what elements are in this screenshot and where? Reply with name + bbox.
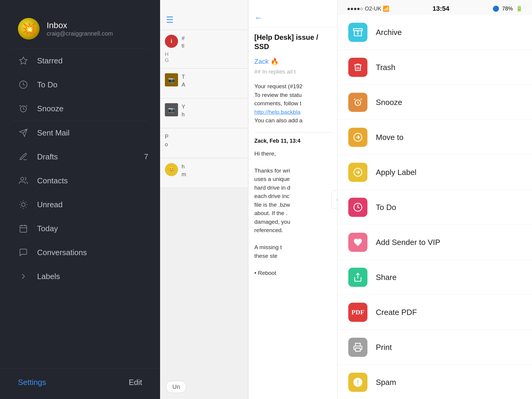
list-avatar: 📷 — [165, 73, 178, 86]
alarm-icon — [18, 103, 29, 114]
archive-label: Archive — [376, 28, 402, 37]
today-icon — [18, 223, 29, 234]
svg-rect-36 — [355, 348, 360, 351]
list-header: ☰ — [160, 0, 248, 30]
sidebar-item-conversations[interactable]: Conversations — [0, 240, 160, 264]
action-pdf[interactable]: PDF Create PDF — [338, 295, 532, 330]
svg-marker-0 — [20, 57, 27, 64]
sidebar-label-snooze: Snooze — [37, 104, 148, 113]
action-move[interactable]: Move to — [338, 120, 532, 155]
action-snooze[interactable]: Snooze — [338, 85, 532, 120]
reply-header: Zack, Feb 11, 13:4 — [248, 136, 337, 146]
email-list-panel: ☰ i #ti HG 📷 TA 📷 Yh — [160, 0, 248, 399]
sidebar-label-conversations: Conversations — [37, 248, 148, 257]
list-preview: #ti — [182, 35, 185, 50]
todo-label: To Do — [376, 203, 396, 212]
sidebar-item-snooze[interactable]: Snooze — [0, 97, 160, 121]
list-item[interactable]: i #ti HG — [160, 30, 248, 68]
bluetooth-icon: 🔵 — [493, 5, 499, 12]
trash-label: Trash — [376, 63, 396, 72]
contacts-icon — [18, 175, 29, 186]
spam-icon — [348, 373, 367, 392]
action-share[interactable]: Share — [338, 260, 532, 295]
archive-icon — [348, 23, 367, 42]
email-view-panel: ← [Help Desk] issue / SSD Zack 🔥 ## In r… — [248, 0, 338, 399]
signal-status: ●●●●○ O2-UK 📶 — [347, 5, 389, 12]
svg-line-29 — [361, 99, 361, 100]
sidebar-label-drafts: Drafts — [37, 152, 136, 162]
list-preview: hm — [182, 163, 186, 178]
list-preview: Po — [165, 133, 243, 148]
sidebar-label-today: Today — [37, 224, 148, 233]
email-header: ← — [248, 0, 337, 28]
action-todo[interactable]: To Do — [338, 190, 532, 225]
vip-label: Add Sender to VIP — [376, 238, 440, 247]
list-preview: TA — [182, 73, 185, 88]
sidebar-label-contacts: Contacts — [37, 176, 148, 185]
svg-line-27 — [358, 103, 359, 103]
email-subject: [Help Desk] issue / SSD — [248, 28, 337, 56]
unread-icon — [18, 199, 29, 210]
print-icon — [348, 338, 367, 357]
sidebar-label-starred: Starred — [37, 56, 148, 66]
svg-line-14 — [26, 207, 26, 208]
sidebar-item-drafts[interactable]: Drafts 7 — [0, 145, 160, 169]
list-item[interactable]: 📷 TA — [160, 68, 248, 98]
action-spam[interactable]: Spam — [338, 365, 532, 399]
reply-divider — [254, 132, 331, 133]
todo-icon — [348, 198, 367, 217]
collapse-button[interactable]: ‹ — [331, 191, 338, 208]
sidebar-item-unread[interactable]: Unread — [0, 193, 160, 217]
action-archive[interactable]: Archive — [338, 15, 532, 50]
account-info: Inbox craig@craiggrannell.com — [47, 21, 113, 37]
sidebar-item-starred[interactable]: Starred — [0, 49, 160, 73]
sidebar-item-contacts[interactable]: Contacts — [0, 169, 160, 193]
sidebar-item-sent[interactable]: Sent Mail — [0, 121, 160, 145]
svg-line-6 — [26, 105, 27, 106]
sidebar-item-today[interactable]: Today — [0, 217, 160, 240]
pdf-label: Create PDF — [376, 308, 417, 317]
status-bar: ●●●●○ O2-UK 📶 13:54 🔵 78% 🔋 — [338, 0, 532, 15]
list-item[interactable]: 📷 Yh — [160, 98, 248, 128]
settings-button[interactable]: Settings — [18, 378, 46, 387]
reply-body: Hi there, Thanks for wriuses a uniquehar… — [248, 146, 337, 281]
email-link[interactable]: http://help.backbla — [254, 108, 331, 117]
print-label: Print — [376, 343, 392, 352]
list-item[interactable]: Po — [160, 128, 248, 158]
action-trash[interactable]: Trash — [338, 50, 532, 85]
back-button[interactable]: ← — [254, 13, 263, 23]
svg-rect-19 — [20, 226, 27, 232]
email-list: i #ti HG 📷 TA 📷 Yh Po — [160, 30, 248, 399]
action-menu-panel: ●●●●○ O2-UK 📶 13:54 🔵 78% 🔋 Archive — [338, 0, 532, 399]
sidebar-label-unread: Unread — [37, 200, 148, 209]
label-icon — [348, 163, 367, 182]
list-item[interactable]: 😊 hm — [160, 158, 248, 188]
snooze-label: Snooze — [376, 98, 402, 107]
move-label: Move to — [376, 133, 404, 142]
unread-button[interactable]: Un — [166, 381, 186, 393]
list-avatar: 📷 — [165, 103, 178, 116]
action-label[interactable]: Apply Label — [338, 155, 532, 190]
sidebar-label-todo: To Do — [37, 80, 148, 89]
account-email: craig@craiggrannell.com — [47, 30, 113, 37]
action-vip[interactable]: Add Sender to VIP — [338, 225, 532, 260]
bullet-point: • Reboot — [254, 269, 331, 278]
trash-icon — [348, 58, 367, 77]
account-section: Inbox craig@craiggrannell.com — [0, 0, 160, 48]
list-meta: HG — [165, 51, 243, 63]
action-print[interactable]: Print — [338, 330, 532, 365]
snooze-icon — [348, 93, 367, 112]
email-body-text: You can also add a — [254, 116, 331, 125]
avatar — [18, 18, 39, 39]
hamburger-icon[interactable]: ☰ — [166, 15, 174, 25]
sidebar-item-labels[interactable]: Labels — [0, 264, 160, 288]
battery-text: 78% — [502, 6, 513, 12]
drafts-badge: 7 — [144, 153, 148, 161]
svg-point-9 — [21, 177, 24, 180]
sidebar-item-todo[interactable]: To Do — [0, 73, 160, 97]
svg-line-4 — [23, 109, 25, 110]
apply-label-label: Apply Label — [376, 168, 417, 177]
spam-label: Spam — [376, 378, 396, 387]
edit-button[interactable]: Edit — [129, 378, 142, 387]
list-avatar: 😊 — [165, 163, 178, 176]
